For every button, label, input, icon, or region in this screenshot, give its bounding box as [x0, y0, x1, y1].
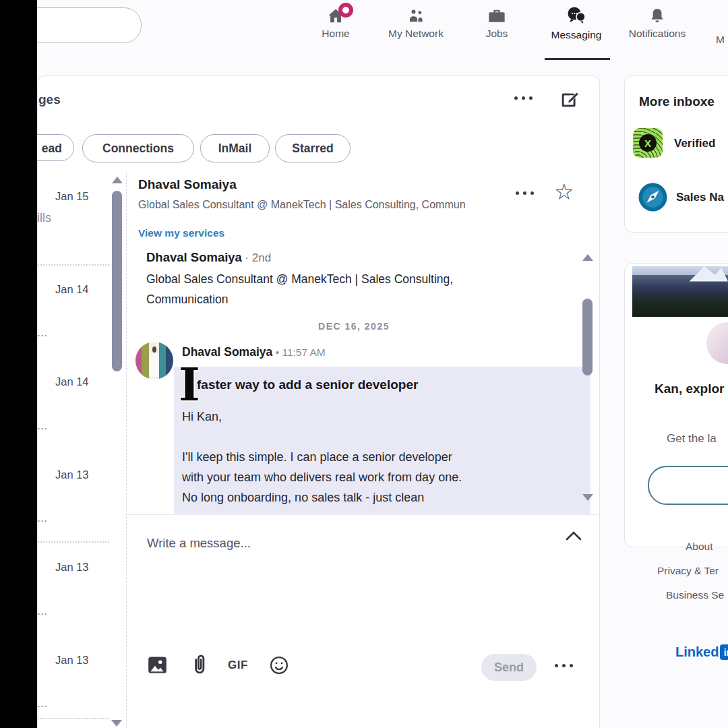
svg-text:I: I: [179, 360, 200, 410]
messages-title-clipped: ges: [38, 92, 61, 107]
view-services-link[interactable]: View my services: [138, 227, 224, 239]
list-scroll-down-arrow[interactable]: [111, 720, 122, 727]
sales-navigator-icon: [638, 182, 668, 212]
conversation-date[interactable]: Jan 13: [55, 654, 89, 667]
conversation-separator: [38, 541, 109, 543]
message-line: Hi Kan,: [182, 406, 462, 427]
conversation-date[interactable]: Jan 13: [55, 468, 89, 481]
conversation-date[interactable]: Jan 14: [55, 375, 89, 388]
nav-me-label-clipped[interactable]: M: [716, 34, 725, 46]
more-inboxes-title: More inboxe: [639, 94, 715, 109]
left-black-occlusion-bar: [0, 0, 37, 728]
conversation-preview[interactable]: ...: [37, 511, 47, 525]
thread-scroll-up-arrow[interactable]: [582, 254, 593, 261]
compose-divider: [127, 514, 598, 515]
conversation-preview[interactable]: ...: [37, 326, 47, 340]
nav-my-network-label: My Network: [388, 28, 444, 40]
message-sender[interactable]: Dhaval Somaiya: [182, 345, 272, 359]
inbox-item-verified-label[interactable]: Verified: [674, 137, 715, 150]
nav-my-network[interactable]: My Network: [379, 7, 453, 40]
thread-scrollbar-thumb[interactable]: [582, 299, 593, 375]
nav-messaging[interactable]: Messaging: [539, 5, 613, 41]
nav-notifications[interactable]: Notifications: [620, 7, 694, 40]
thread-contact-name[interactable]: Dhaval Somaiya: [138, 177, 237, 192]
nav-messaging-label: Messaging: [551, 29, 602, 41]
conversation-date[interactable]: Jan 13: [55, 561, 89, 574]
star-conversation-icon[interactable]: ☆: [554, 181, 574, 203]
compose-input-placeholder[interactable]: Write a message...: [147, 536, 251, 551]
linkedin-logo-text: Linked: [675, 644, 719, 660]
bell-icon: [648, 7, 667, 26]
list-scroll-up-arrow[interactable]: [112, 177, 123, 183]
filter-connections[interactable]: Connections: [82, 134, 194, 162]
intro-degree: · 2nd: [245, 251, 271, 264]
messages-overflow-menu[interactable]: [514, 96, 533, 100]
thread-intro: Dhaval Somaiya · 2nd: [146, 250, 271, 265]
thread-overflow-menu[interactable]: [516, 191, 534, 195]
linkedin-logo-bug: in: [720, 644, 728, 660]
conversation-date[interactable]: Jan 14: [55, 283, 89, 296]
footer-link-about[interactable]: About: [686, 541, 713, 553]
date-separator: DEC 16, 2025: [270, 321, 438, 332]
send-button[interactable]: Send: [481, 654, 537, 681]
thread-contact-headline: Global Sales Consultant @ ManekTech | Sa…: [138, 199, 466, 211]
conversation-preview[interactable]: ills: [37, 211, 51, 225]
list-scrollbar-thumb[interactable]: [112, 191, 122, 371]
sender-avatar[interactable]: [135, 342, 173, 380]
messaging-icon: [566, 5, 587, 27]
attach-file-icon[interactable]: [189, 653, 209, 676]
footer-link-privacy[interactable]: Privacy & Ter: [657, 565, 719, 577]
message-line: [182, 427, 462, 447]
briefcase-icon: [487, 7, 506, 26]
conversation-separator: [38, 264, 109, 266]
message-line: I'll keep this simple. I can place a sen…: [182, 447, 462, 467]
conversation-preview[interactable]: ...: [37, 696, 47, 710]
footer-link-business[interactable]: Business Se: [666, 589, 724, 601]
thread-scroll-down-arrow[interactable]: [582, 494, 593, 501]
text-cursor: I: [171, 360, 208, 410]
collapse-compose-chevron-icon[interactable]: [565, 530, 582, 542]
inbox-item-sales-navigator[interactable]: [638, 182, 668, 212]
my-network-icon: [406, 7, 425, 26]
compose-overflow-menu[interactable]: [555, 664, 573, 667]
gif-button[interactable]: GIF: [228, 659, 248, 672]
conversation-separator: [38, 718, 109, 719]
inbox-item-sales-navigator-label[interactable]: Sales Na: [676, 191, 724, 204]
conversation-preview[interactable]: ...: [37, 604, 47, 618]
intro-headline-1: Global Sales Consultant @ ManekTech | Sa…: [146, 272, 453, 286]
message-body: Hi Kan, I'll keep this simple. I can pla…: [182, 406, 462, 508]
nav-active-underline: [545, 58, 610, 60]
home-notification-badge: [338, 3, 353, 18]
promo-cta-button[interactable]: [648, 466, 728, 505]
filter-starred[interactable]: Starred: [275, 134, 351, 162]
promo-subtitle: Get the la: [667, 432, 717, 446]
linkedin-messaging-page: Home My Network Jobs Messaging Notificat…: [0, 0, 728, 728]
filter-inmail[interactable]: InMail: [200, 134, 270, 162]
conversation-preview[interactable]: ...: [37, 419, 47, 433]
nav-notifications-label: Notifications: [629, 28, 686, 40]
linkedin-logo: Linked in: [675, 644, 728, 660]
attach-image-icon[interactable]: [148, 656, 167, 674]
nav-jobs-label: Jobs: [486, 28, 508, 40]
message-line: No long onboarding, no sales talk - just…: [182, 487, 462, 508]
message-subject: faster way to add a senior developer: [197, 377, 418, 392]
nav-home[interactable]: Home: [299, 7, 373, 40]
compose-message-icon[interactable]: [558, 88, 581, 111]
nav-jobs[interactable]: Jobs: [460, 7, 534, 40]
nav-home-label: Home: [322, 28, 349, 40]
promo-mountain-image: [632, 266, 728, 317]
conversation-date[interactable]: Jan 15: [55, 190, 89, 203]
message-time: • 11:57 AM: [276, 346, 326, 358]
inbox-item-verified[interactable]: X: [633, 128, 663, 158]
promo-greeting: Kan, explor: [655, 382, 724, 396]
intro-name[interactable]: Dhaval Somaiya: [146, 250, 242, 264]
list-thread-divider: [126, 172, 127, 728]
intro-headline-2: Communication: [146, 293, 229, 307]
emoji-icon[interactable]: [269, 655, 289, 675]
message-meta: Dhaval Somaiya • 11:57 AM: [182, 345, 326, 359]
message-line: with your team who delivers real work fr…: [182, 467, 462, 487]
verified-inbox-icon: X: [633, 128, 663, 158]
